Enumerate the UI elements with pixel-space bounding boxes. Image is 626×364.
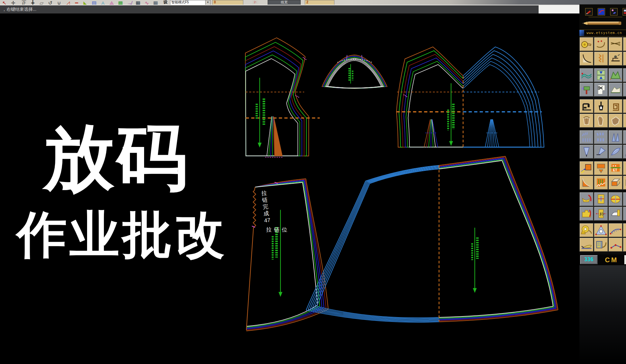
- glove-icon[interactable]: [623, 207, 626, 221]
- scissors3-icon[interactable]: [623, 238, 626, 252]
- swap-arrows-icon[interactable]: [594, 68, 608, 82]
- rotate-tool-icon[interactable]: ↺: [46, 0, 55, 4]
- move-tool-icon[interactable]: ✛: [9, 0, 18, 4]
- front-bodice-piece[interactable]: [245, 38, 320, 157]
- panel-trapezoid-icon[interactable]: [594, 192, 608, 206]
- mallet-tool-icon[interactable]: [579, 83, 594, 97]
- front-skirt-piece[interactable]: [246, 179, 328, 331]
- presser-foot-icon[interactable]: [594, 99, 608, 113]
- patch-icon[interactable]: [623, 83, 626, 97]
- grade-box-icon[interactable]: [608, 176, 623, 190]
- grade-misc-icon[interactable]: [623, 161, 626, 175]
- calculator-curve-icon[interactable]: [594, 238, 608, 252]
- grid-window-icon[interactable]: ▦: [151, 0, 160, 4]
- curve-small-icon[interactable]: [623, 52, 626, 66]
- mode-dropdown[interactable]: 智能模式F5: [170, 0, 205, 5]
- grade-fold-icon[interactable]: [623, 176, 626, 190]
- bucket-icon[interactable]: [579, 114, 594, 128]
- red-pencil-icon[interactable]: [585, 8, 593, 16]
- hill-shape-icon[interactable]: [608, 83, 623, 97]
- unit-toggle[interactable]: CM: [600, 254, 623, 265]
- grade-curve-icon[interactable]: [579, 176, 594, 190]
- line-width-value[interactable]: 2: [305, 0, 334, 5]
- panel2-icon[interactable]: [623, 192, 626, 206]
- green-square-icon[interactable]: ▩: [116, 0, 125, 4]
- pattern-canvas[interactable]: 拉链完成47拉链位 放码 作业批改: [0, 13, 579, 364]
- cross-tool-icon[interactable]: ╋: [28, 0, 37, 4]
- seam-fabric-icon[interactable]: [579, 68, 594, 82]
- dart3-icon[interactable]: [623, 130, 626, 144]
- grade-brush-icon[interactable]: [579, 161, 594, 175]
- spray-tool-icon[interactable]: [610, 8, 618, 16]
- skirt-annotations[interactable]: 拉链完成47拉链位: [261, 190, 290, 233]
- angle-points-icon[interactable]: [608, 238, 623, 252]
- tick-fan-icon[interactable]: [579, 130, 594, 144]
- count-field[interactable]: 0: [212, 0, 243, 5]
- grade-down-icon[interactable]: [594, 161, 608, 175]
- bowl-swoosh-icon[interactable]: [579, 192, 594, 206]
- hook-points-icon[interactable]: [594, 37, 608, 51]
- settings-kanji-icon[interactable]: 设: [163, 0, 167, 4]
- pink-curve-icon[interactable]: ∿: [142, 0, 151, 4]
- clip-tool-icon[interactable]: [608, 37, 623, 51]
- sewing-machine-icon[interactable]: [579, 99, 594, 113]
- cup-tool-icon[interactable]: ⊍: [55, 0, 63, 4]
- counter-display[interactable]: 336: [580, 255, 598, 264]
- back-skirt-piece[interactable]: [306, 156, 558, 322]
- overlay-subtitle: 作业批改: [17, 210, 227, 260]
- curve-measure-icon[interactable]: [608, 223, 623, 237]
- crown-shape-icon[interactable]: [608, 68, 623, 82]
- puzzle-swoosh-icon[interactable]: [579, 207, 594, 221]
- status-text: ，右键结束选择...: [2, 7, 36, 12]
- cut-paper-icon[interactable]: [594, 83, 608, 97]
- app-window: ↖✛正╋▱↺⊍◿━◣▨◬⟁▩↛▦∿▦ 设 智能模式F5 ▼ 0 ⚐ 线宽 2 ，…: [0, 0, 626, 364]
- lens-icon[interactable]: [608, 145, 623, 159]
- leaf-icon[interactable]: [623, 68, 626, 82]
- grade-lines-icon[interactable]: [594, 176, 608, 190]
- curve-window-icon[interactable]: [598, 8, 605, 16]
- awl-tool-icon[interactable]: [579, 238, 594, 252]
- compass-icon[interactable]: [623, 223, 626, 237]
- dark-grid-icon[interactable]: ▦: [134, 0, 142, 4]
- arrow-p-icon[interactable]: ↛: [125, 0, 134, 4]
- tick-grid-icon[interactable]: [594, 130, 608, 144]
- status-bar-right-pane: [539, 5, 579, 13]
- scissors2-icon[interactable]: [623, 145, 626, 159]
- hatch-blue-icon[interactable]: ▨: [90, 0, 99, 4]
- pleat-zigzag-icon[interactable]: [594, 52, 608, 66]
- patch-piece-icon[interactable]: [608, 114, 623, 128]
- mode-dropdown-arrow-icon[interactable]: ▼: [205, 0, 211, 5]
- fill-tool-icon[interactable]: ◣: [81, 0, 90, 4]
- triangle-measure-icon[interactable]: [594, 223, 608, 237]
- select-cursor-icon[interactable]: ↖: [0, 0, 9, 4]
- pink-angle-icon[interactable]: ⟁: [107, 0, 116, 4]
- no-snap-icon[interactable]: ▱: [37, 0, 46, 4]
- coin-probe-icon[interactable]: [579, 37, 594, 51]
- zigzag-small-icon[interactable]: [623, 37, 626, 51]
- line-width-label: 线宽: [268, 0, 301, 5]
- pu-interlining-icon[interactable]: 朴: [594, 207, 608, 221]
- curve-graph-icon[interactable]: [579, 52, 594, 66]
- red-line-icon[interactable]: ━: [72, 0, 81, 4]
- piece2-icon[interactable]: [623, 114, 626, 128]
- clipped-cell: [624, 255, 626, 264]
- attach-tool-icon[interactable]: [608, 52, 623, 66]
- double-dart-icon[interactable]: [608, 130, 623, 144]
- grade-et-icon[interactable]: ET: [608, 161, 623, 175]
- align-kanji-icon[interactable]: 正: [20, 0, 28, 4]
- red-angle-icon[interactable]: ◿: [63, 0, 72, 4]
- pant-piece-icon[interactable]: [594, 114, 608, 128]
- dart-tilt-icon[interactable]: [594, 145, 608, 159]
- iron-icon[interactable]: [608, 207, 623, 221]
- tape-measure-icon[interactable]: [579, 223, 594, 237]
- flag-window-icon[interactable]: [623, 8, 626, 16]
- page-flag-icon[interactable]: ⚐: [252, 0, 258, 4]
- hatch-teal-icon[interactable]: ◬: [99, 0, 107, 4]
- ellipse-cross-icon[interactable]: [608, 192, 623, 206]
- dart-down-icon[interactable]: [579, 145, 594, 159]
- spiral-icon[interactable]: [608, 99, 623, 113]
- back-bodice-piece[interactable]: [397, 47, 544, 147]
- banner-blue-block: [579, 30, 584, 36]
- sleeve-cap-piece[interactable]: [322, 55, 387, 88]
- hook2-icon[interactable]: [623, 99, 626, 113]
